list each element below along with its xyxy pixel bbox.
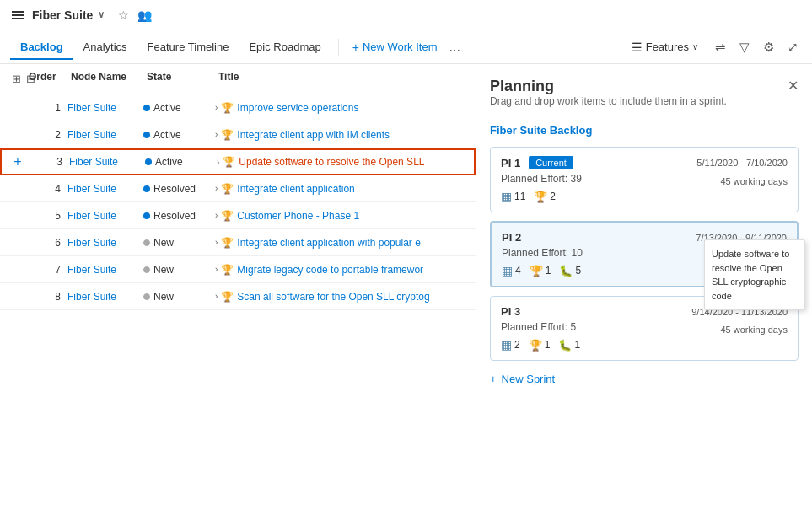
header-title: Title: [215, 67, 469, 90]
tab-analytics[interactable]: Analytics: [73, 34, 137, 60]
sprint-stat: 🐛 1: [558, 339, 580, 352]
hamburger-menu[interactable]: [10, 9, 25, 21]
row-expand-icon[interactable]: ›: [215, 130, 218, 139]
row-title-text[interactable]: Scan all software for the Open SLL crypt…: [237, 291, 429, 303]
row-order: 7: [25, 264, 67, 276]
row-title: › 🏆 Integrate client application: [215, 183, 469, 195]
nav-divider: [338, 39, 339, 56]
state-label: Active: [155, 156, 183, 168]
row-expand-icon[interactable]: ›: [215, 211, 218, 220]
row-expand-icon[interactable]: ›: [215, 265, 218, 274]
row-node[interactable]: Fiber Suite: [67, 102, 143, 114]
state-label: Active: [153, 102, 181, 114]
header-order: Order: [25, 67, 67, 90]
filter-icon[interactable]: ▽: [736, 36, 753, 58]
planning-title: Planning: [490, 78, 727, 95]
row-title-text[interactable]: Customer Phone - Phase 1: [237, 210, 359, 222]
sprint-effort: Planned Effort: 39: [501, 173, 582, 185]
row-title: › 🏆 Update software to resolve the Open …: [217, 156, 467, 168]
state-dot-active: [145, 158, 152, 165]
more-menu-button[interactable]: ...: [444, 33, 465, 62]
planning-close-button[interactable]: ✕: [788, 78, 799, 94]
table-header: ⊞ ⊟ Order Node Name State Title: [0, 64, 476, 94]
view-options-icon[interactable]: ⇌: [712, 36, 729, 58]
bar-chart-icon: ▦: [502, 264, 513, 277]
planning-header: Planning Drag and drop work items to inc…: [490, 78, 799, 119]
row-node[interactable]: Fiber Suite: [67, 237, 143, 249]
stat-value: 5: [575, 265, 581, 277]
row-node[interactable]: Fiber Suite: [67, 129, 143, 141]
row-title-text[interactable]: Integrate client application with popula…: [237, 237, 420, 249]
tab-feature-timeline[interactable]: Feature Timeline: [137, 34, 239, 60]
new-sprint-plus-icon: +: [490, 373, 497, 385]
row-expand-icon[interactable]: ›: [215, 184, 218, 193]
sprint-stat: ▦ 11: [501, 190, 525, 203]
state-dot-active: [143, 105, 150, 111]
row-node[interactable]: Fiber Suite: [67, 210, 143, 222]
row-order: 2: [25, 129, 67, 141]
header-expand-col: ⊞ ⊟: [7, 67, 25, 90]
row-title: › 🏆 Integrate client app with IM clients: [215, 129, 469, 141]
expand-icon[interactable]: ⤢: [784, 36, 802, 58]
row-order: 4: [25, 183, 67, 195]
planning-backlog-label[interactable]: Fiber Suite Backlog: [490, 124, 799, 137]
backlog-panel: ⊞ ⊟ Order Node Name State Title 1 Fiber …: [0, 64, 476, 505]
star-icon[interactable]: ☆: [118, 8, 129, 22]
row-expand-cell: +: [8, 154, 27, 169]
row-expand-icon[interactable]: ›: [215, 292, 218, 301]
tab-backlog[interactable]: Backlog: [10, 34, 73, 60]
row-expand-icon[interactable]: ›: [215, 238, 218, 247]
row-title-text[interactable]: Migrate legacy code to portable framewor: [237, 264, 423, 276]
row-order: 3: [27, 156, 69, 168]
state-dot-new: [143, 266, 150, 273]
new-work-item-button[interactable]: + New Work Item: [346, 34, 444, 61]
table-row: 1 Fiber Suite Active › 🏆 Improve service…: [0, 94, 476, 121]
chevron-down-icon[interactable]: ∨: [98, 9, 105, 20]
sprint-name: PI 1: [501, 157, 520, 169]
row-node[interactable]: Fiber Suite: [67, 264, 143, 276]
people-icon[interactable]: 👥: [137, 8, 152, 22]
row-node[interactable]: Fiber Suite: [69, 156, 145, 168]
row-order: 6: [25, 237, 67, 249]
row-node[interactable]: Fiber Suite: [67, 183, 143, 195]
row-expand-icon[interactable]: ›: [215, 103, 218, 112]
row-expand-icon[interactable]: ›: [217, 158, 219, 167]
table-row-highlighted: + 3 Fiber Suite Active › 🏆 Update softwa…: [0, 148, 476, 175]
sprint-stats: ▦ 11 🏆 2: [501, 190, 788, 203]
settings-icon[interactable]: ⚙: [760, 36, 777, 58]
bar-chart-icon: ▦: [501, 190, 512, 203]
state-label: New: [153, 291, 174, 303]
trophy-icon: 🏆: [223, 156, 235, 168]
sprint-stat: ▦ 2: [501, 338, 520, 352]
row-title-text-highlighted[interactable]: Update software to resolve the Open SLL: [239, 156, 424, 168]
tab-epic-roadmap[interactable]: Epic Roadmap: [239, 34, 331, 60]
sprint-effort: Planned Effort: 5: [501, 321, 576, 333]
table-row: 6 Fiber Suite New › 🏆 Integrate client a…: [0, 229, 476, 256]
row-node[interactable]: Fiber Suite: [67, 291, 143, 303]
expand-all-button[interactable]: ⊞: [10, 71, 23, 87]
sprint-card-header: PI 1 Current 5/11/2020 - 7/10/2020: [501, 156, 788, 169]
sprint-name: PI 3: [501, 305, 520, 318]
main-content: ⊞ ⊟ Order Node Name State Title 1 Fiber …: [0, 64, 812, 505]
row-title: › 🏆 Scan all software for the Open SLL c…: [215, 291, 469, 303]
row-title-text[interactable]: Improve service operations: [237, 102, 358, 114]
trophy-icon: 🏆: [221, 102, 234, 114]
sprint-card-pi2: PI 2 7/13/2020 - 9/11/2020 Planned Effor…: [490, 221, 799, 287]
row-order: 8: [25, 291, 67, 303]
bug-stat-icon: 🐛: [559, 265, 573, 277]
row-title-text[interactable]: Integrate client app with IM clients: [237, 129, 390, 141]
features-dropdown-button[interactable]: ☰ Features ∨: [625, 37, 705, 57]
state-dot-resolved: [143, 185, 150, 192]
state-label: New: [153, 237, 174, 249]
table-row: 5 Fiber Suite Resolved › 🏆 Customer Phon…: [0, 202, 476, 229]
row-state: New: [143, 237, 215, 249]
top-bar-icons: ☆ 👥: [118, 8, 152, 22]
plus-icon: +: [352, 40, 359, 54]
new-sprint-button[interactable]: + New Sprint: [490, 369, 555, 389]
features-label: Features: [646, 40, 689, 53]
row-title-text[interactable]: Integrate client application: [237, 183, 354, 195]
trophy-stat-icon: 🏆: [534, 191, 547, 203]
row-add-icon[interactable]: +: [13, 154, 21, 169]
sprint-stat: 🏆 1: [529, 339, 551, 352]
sprint-working-days: 45 working days: [721, 176, 788, 186]
